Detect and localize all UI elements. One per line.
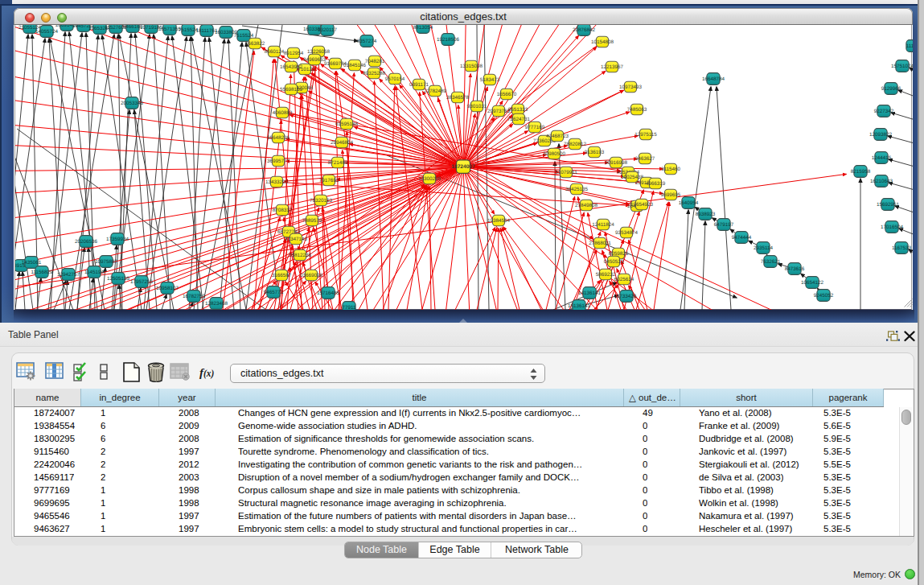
svg-text:1656670: 1656670 xyxy=(497,92,517,97)
svg-text:7917693: 7917693 xyxy=(319,178,339,183)
svg-text:1145194: 1145194 xyxy=(84,270,105,275)
svg-text:90916998: 90916998 xyxy=(605,160,628,166)
svg-text:47468723: 47468723 xyxy=(546,134,569,139)
svg-text:38346578: 38346578 xyxy=(446,95,470,101)
svg-text:89325288: 89325288 xyxy=(363,71,386,76)
svg-text:5183473: 5183473 xyxy=(480,77,500,83)
svg-text:1244415: 1244415 xyxy=(872,155,892,161)
svg-text:15751074: 15751074 xyxy=(891,64,913,69)
svg-text:93534874: 93534874 xyxy=(615,230,639,236)
svg-text:12505135: 12505135 xyxy=(107,276,130,282)
svg-text:17016504: 17016504 xyxy=(881,225,904,230)
svg-text:20053346: 20053346 xyxy=(121,101,144,106)
svg-text:55698169: 55698169 xyxy=(280,87,303,93)
svg-text:13315098: 13315098 xyxy=(460,64,483,69)
svg-text:0651333: 0651333 xyxy=(508,107,528,113)
svg-text:9115460: 9115460 xyxy=(661,167,681,172)
svg-text:6025634: 6025634 xyxy=(614,277,634,282)
svg-text:30980500: 30980500 xyxy=(543,151,566,157)
svg-text:19384554: 19384554 xyxy=(487,218,511,224)
svg-text:2935114: 2935114 xyxy=(754,245,774,251)
svg-text:7663822: 7663822 xyxy=(245,41,265,47)
svg-text:9474444: 9474444 xyxy=(732,235,752,241)
svg-text:29946804: 29946804 xyxy=(331,140,354,146)
svg-text:18300295: 18300295 xyxy=(418,176,441,182)
svg-text:7048281: 7048281 xyxy=(365,59,385,64)
svg-text:9699695: 9699695 xyxy=(661,192,681,198)
svg-text:8708317: 8708317 xyxy=(273,208,293,213)
svg-text:9301031: 9301031 xyxy=(467,104,487,109)
svg-text:15692951: 15692951 xyxy=(877,202,900,208)
svg-text:14055724: 14055724 xyxy=(35,29,59,35)
svg-text:51079911: 51079911 xyxy=(555,170,577,175)
svg-text:10154808: 10154808 xyxy=(591,39,614,45)
svg-text:36995777: 36995777 xyxy=(267,159,290,164)
svg-text:9777169: 9777169 xyxy=(525,125,545,130)
svg-text:22782489: 22782489 xyxy=(424,89,447,94)
svg-text:8721489: 8721489 xyxy=(328,160,348,166)
svg-text:0450533: 0450533 xyxy=(604,259,624,265)
svg-text:11156829: 11156829 xyxy=(31,270,53,275)
svg-text:76320163: 76320163 xyxy=(310,198,333,204)
svg-text:3166587: 3166587 xyxy=(272,273,292,278)
svg-text:9227342: 9227342 xyxy=(874,109,894,114)
svg-text:1167533: 1167533 xyxy=(892,245,912,251)
svg-text:8357274: 8357274 xyxy=(357,39,377,44)
svg-text:65648236: 65648236 xyxy=(267,135,290,141)
svg-text:4060883: 4060883 xyxy=(273,110,293,116)
svg-text:12411824: 12411824 xyxy=(592,222,614,228)
svg-text:77911: 77911 xyxy=(342,305,356,310)
svg-text:0391171: 0391171 xyxy=(409,82,429,88)
svg-text:8912954: 8912954 xyxy=(284,51,304,56)
svg-text:7485063: 7485063 xyxy=(627,107,647,113)
svg-text:14136141: 14136141 xyxy=(578,290,602,296)
svg-text:27868011: 27868011 xyxy=(589,241,611,246)
svg-text:1640954: 1640954 xyxy=(679,200,699,206)
svg-text:8215958: 8215958 xyxy=(851,169,871,175)
svg-text:17359934: 17359934 xyxy=(106,237,129,242)
svg-text:8660124: 8660124 xyxy=(265,49,285,55)
svg-text:10975887: 10975887 xyxy=(95,259,118,265)
svg-text:8813054: 8813054 xyxy=(413,25,433,31)
svg-text:20206536: 20206536 xyxy=(75,239,98,245)
svg-text:7632621: 7632621 xyxy=(761,259,781,265)
svg-text:9463627: 9463627 xyxy=(635,156,655,162)
svg-text:12093822: 12093822 xyxy=(869,132,893,138)
svg-text:12213967: 12213967 xyxy=(601,64,624,70)
svg-text:13433200: 13433200 xyxy=(265,179,289,185)
svg-text:72624731: 72624731 xyxy=(507,117,531,122)
svg-text:03669096: 03669096 xyxy=(300,273,323,278)
svg-text:17957255: 17957255 xyxy=(130,279,154,285)
svg-text:11123: 11123 xyxy=(906,43,913,49)
svg-text:19654923: 19654923 xyxy=(630,202,654,208)
svg-text:19218506: 19218506 xyxy=(437,37,460,43)
svg-text:20876842: 20876842 xyxy=(573,27,596,33)
svg-text:12823468: 12823468 xyxy=(205,301,228,307)
svg-text:16782759: 16782759 xyxy=(183,294,206,299)
svg-text:15716485: 15716485 xyxy=(317,290,340,296)
svg-text:55812236: 55812236 xyxy=(289,253,312,258)
svg-text:9465771: 9465771 xyxy=(264,290,284,295)
svg-text:27849808: 27849808 xyxy=(575,203,598,208)
svg-text:9320117: 9320117 xyxy=(318,27,338,33)
svg-text:78820812: 78820812 xyxy=(564,142,587,147)
svg-text:9136193: 9136193 xyxy=(585,150,605,155)
svg-text:16543962: 16543962 xyxy=(280,64,303,70)
svg-text:01845146: 01845146 xyxy=(343,63,367,68)
svg-text:15136141: 15136141 xyxy=(568,303,591,309)
svg-text:9129966: 9129966 xyxy=(881,86,901,92)
svg-text:87347143: 87347143 xyxy=(285,237,308,242)
svg-text:29973763: 29973763 xyxy=(487,109,511,114)
svg-text:12942757: 12942757 xyxy=(57,272,80,278)
svg-text:7889579: 7889579 xyxy=(302,218,322,224)
svg-text:9245052: 9245052 xyxy=(814,293,834,299)
svg-text:8473616: 8473616 xyxy=(785,266,805,272)
svg-text:8938923: 8938923 xyxy=(696,212,716,217)
svg-text:1733426: 1733426 xyxy=(617,294,637,299)
svg-text:10973493: 10973493 xyxy=(619,84,643,90)
svg-text:9570154: 9570154 xyxy=(385,76,405,82)
svg-text:12975115: 12975115 xyxy=(634,132,657,138)
svg-text:18724007: 18724007 xyxy=(451,164,475,170)
svg-text:4966319: 4966319 xyxy=(646,181,666,187)
svg-text:10654122: 10654122 xyxy=(801,280,824,286)
